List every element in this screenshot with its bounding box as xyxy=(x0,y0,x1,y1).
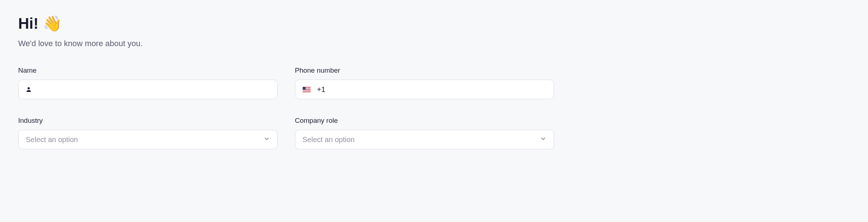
name-field: Name xyxy=(18,66,278,99)
role-select[interactable]: Select an option xyxy=(295,130,554,149)
role-placeholder: Select an option xyxy=(303,136,355,144)
phone-label: Phone number xyxy=(295,66,554,74)
industry-field: Industry Select an option xyxy=(18,117,278,149)
role-field: Company role Select an option xyxy=(295,117,554,149)
page-subtitle: We'd love to know more about you. xyxy=(18,39,850,48)
page-heading: Hi! 👋 xyxy=(18,15,850,32)
industry-select[interactable]: Select an option xyxy=(18,130,278,149)
name-input[interactable] xyxy=(37,80,270,99)
us-flag-icon[interactable] xyxy=(303,87,311,92)
industry-placeholder: Select an option xyxy=(26,136,78,144)
svg-point-0 xyxy=(28,87,30,89)
phone-input[interactable] xyxy=(328,80,546,99)
chevron-down-icon xyxy=(540,136,546,144)
phone-prefix: +1 xyxy=(317,85,326,94)
form-grid: Name Phone number +1 Industry Select an … xyxy=(18,66,554,149)
name-input-wrapper xyxy=(18,80,278,99)
phone-input-wrapper: +1 xyxy=(295,80,554,99)
person-icon xyxy=(26,86,32,92)
industry-label: Industry xyxy=(18,117,278,125)
name-label: Name xyxy=(18,66,278,74)
chevron-down-icon xyxy=(263,136,270,144)
role-label: Company role xyxy=(295,117,554,125)
phone-field: Phone number +1 xyxy=(295,66,554,99)
